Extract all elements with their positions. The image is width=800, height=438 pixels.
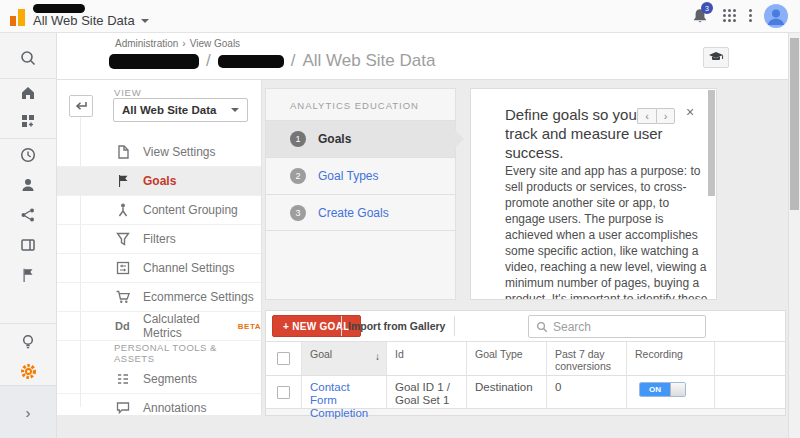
behavior-icon[interactable] [0,230,56,260]
education-cap-button[interactable] [703,47,729,68]
table-row: Contact Form Completion Goal ID 1 / Goal… [266,376,785,409]
education-step-goal-types[interactable]: 2 Goal Types [266,157,455,194]
breadcrumb-view-goals: View Goals [190,38,240,49]
conversions-flag-icon[interactable] [0,260,56,290]
more-vert-icon[interactable] [749,9,752,22]
sidebar-item-label: Segments [143,372,197,386]
sidebar-item-view-settings[interactable]: View Settings [57,138,261,167]
step-label: Create Goals [318,206,389,220]
redacted-property-title [218,55,284,68]
breadcrumb-administration[interactable]: Administration [115,38,178,49]
page-scrollbar[interactable] [788,33,800,438]
education-step-goals[interactable]: 1 Goals [266,120,455,157]
sidebar-item-ecommerce-settings[interactable]: Ecommerce Settings [57,283,261,312]
back-arrow-icon [74,101,88,112]
realtime-clock-icon[interactable] [0,140,56,170]
top-app-bar: All Web Site Data 3 [0,0,800,33]
sidebar-item-channel-settings[interactable]: Channel Settings [57,254,261,283]
prev-button[interactable]: ‹ [637,108,656,124]
customization-icon[interactable] [0,106,56,136]
recording-toggle[interactable]: ON [639,382,686,397]
conversions-cell: 0 [546,376,626,408]
sidebar-item-goals[interactable]: Goals [57,167,261,196]
toolbar-divider [454,316,455,336]
sidebar-item-label: Annotations [143,401,206,415]
column-label: Goal [310,348,332,360]
goal-link[interactable]: Contact Form Completion [310,381,368,419]
analytics-education-panel: ANALYTICS EDUCATION 1 Goals 2 Goal Types… [265,88,456,300]
content-grouping-icon [115,202,131,218]
toggle-on-label: ON [640,383,670,396]
apps-grid-icon[interactable] [723,9,736,22]
account-selector[interactable]: All Web Site Data [33,13,149,28]
toolbar-divider [341,316,342,336]
search-input[interactable] [553,316,703,337]
title-view-name: All Web Site Data [302,51,435,71]
search-icon[interactable] [0,43,56,73]
education-body-text: Every site and app has a purpose: to sel… [505,163,708,300]
annotation-bubble-icon [115,400,131,415]
calculated-metrics-icon: Dd [115,318,131,334]
sidebar-item-annotations[interactable]: Annotations [57,394,261,415]
left-nav-rail: › [0,33,57,438]
next-button[interactable]: › [656,108,675,124]
back-arrow-button[interactable] [69,95,93,117]
insights-lightbulb-icon[interactable] [0,327,56,357]
sidebar-item-label: Calculated Metrics [143,312,234,340]
caret-down-icon [141,19,149,23]
view-selector-value: All Web Site Data [122,104,216,116]
import-from-gallery-button[interactable]: Import from Gallery [348,315,445,337]
education-content-panel: Define goals so you can track and measur… [470,88,717,300]
column-header-recording[interactable]: Recording [626,342,714,375]
page-title: / / All Web Site Data [109,51,435,71]
sidebar-item-content-grouping[interactable]: Content Grouping [57,196,261,225]
row-spacer [714,376,785,408]
sort-descending-icon: ↓ [375,351,380,363]
goal-type-cell: Destination [466,376,546,408]
breadcrumb-separator: › [182,38,185,49]
sidebar-item-label: Channel Settings [143,261,234,275]
sidebar-item-filters[interactable]: Filters [57,225,261,254]
column-header-conversions[interactable]: Past 7 day conversions [546,342,626,375]
select-all-checkbox[interactable] [277,352,290,365]
column-header-goal[interactable]: Goal ↓ [301,342,386,375]
collapse-chevron-icon[interactable]: › [0,385,56,438]
home-icon[interactable] [0,78,56,108]
step-number: 2 [290,168,306,184]
avatar[interactable] [764,4,788,28]
education-step-create-goals[interactable]: 3 Create Goals [266,194,455,231]
select-all-cell [266,342,301,375]
channel-icon [115,260,131,276]
sidebar-item-label: Content Grouping [143,203,238,217]
sidebar-item-label: Goals [143,174,176,188]
recording-cell: ON [626,376,714,408]
search-small-icon [536,321,548,333]
row-select-cell [266,376,301,408]
goal-id-cell: Goal ID 1 / Goal Set 1 [386,376,466,408]
close-icon[interactable]: × [686,104,694,120]
scrollbar-thumb[interactable] [790,38,799,210]
title-separator: / [206,51,211,71]
goals-toolbar: + NEW GOAL Import from Gallery [266,311,785,341]
sidebar-item-calculated-metrics[interactable]: Dd Calculated Metrics BETA [57,312,261,341]
notification-badge: 3 [701,2,713,14]
sidebar-item-label: Filters [143,232,176,246]
segments-icon [115,371,131,387]
acquisition-icon[interactable] [0,200,56,230]
sidebar-item-label: View Settings [143,145,216,159]
column-header-goal-type[interactable]: Goal Type [466,342,546,375]
view-selector-dropdown[interactable]: All Web Site Data [113,98,248,122]
view-settings-menu: View Settings Goals Content Grouping Fil… [57,138,261,415]
admin-gear-icon[interactable] [0,356,56,386]
analytics-education-label: ANALYTICS EDUCATION [266,89,455,120]
audience-person-icon[interactable] [0,170,56,200]
content-header: Administration › View Goals / / All Web … [57,33,788,80]
row-checkbox[interactable] [277,386,290,399]
column-header-id[interactable]: Id [386,342,466,375]
toggle-knob [670,383,685,396]
sidebar-item-segments[interactable]: Segments [57,365,261,394]
goal-flag-icon [115,173,131,189]
analytics-logo [10,8,26,26]
panel-scrollbar-thumb[interactable] [708,90,715,196]
goals-table-card: + NEW GOAL Import from Gallery Goal ↓ Id… [265,310,786,416]
